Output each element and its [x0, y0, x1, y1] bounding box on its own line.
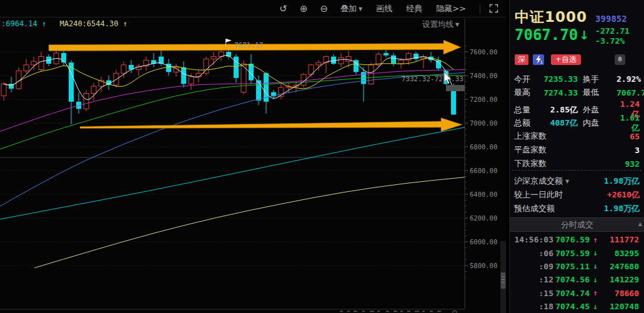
trade-price: 7076.59 [553, 235, 590, 244]
stat-label: 换手 [578, 74, 617, 85]
up-arrow-icon: ↑ [590, 289, 601, 297]
stat-value: 7235.33 [540, 74, 578, 84]
up-arrow-icon: ↑ [590, 236, 601, 244]
down-arrow-icon: ↓ [590, 249, 601, 257]
index-name: 中证1000 [515, 9, 587, 25]
quote-header: 中证1000 399852 [515, 7, 627, 27]
candlestick-chart[interactable]: 7600.007400.007200.007000.006800.006600.… [0, 0, 506, 313]
breadth-value: 3 [635, 146, 640, 155]
scroll-up-icon[interactable]: ▲ [638, 221, 642, 227]
trade-row: :187074.45↓120748 [510, 300, 644, 313]
stat-label: 今开 [514, 74, 540, 85]
turnover-label: 沪深京成交额▼ [514, 176, 569, 187]
turnover-label: 预估成交额 [514, 203, 555, 214]
trade-volume: 247680 [601, 262, 639, 271]
trade-volume: 141229 [601, 275, 639, 284]
stat-label: 总额 [514, 117, 540, 129]
tick-trades-list: 14:56:037076.59↑111772:067075.59↓83295:0… [510, 233, 644, 313]
chart-scrollbar-handle[interactable] [501, 272, 506, 289]
trade-time: :15 [513, 289, 553, 298]
turnover-value: 1.98万亿 [604, 176, 640, 187]
trade-price: 7074.74 [553, 289, 590, 298]
trade-time: 14:56:03 [513, 235, 553, 244]
trade-price: 7075.11 [553, 262, 590, 271]
sidebar-divider [512, 170, 642, 171]
trade-price: 7074.45 [553, 302, 590, 311]
quote-sidebar: 中证1000 399852 7067.70 ↓ -272.71 -3.72% 深… [509, 0, 644, 313]
trade-row: 14:56:037076.59↑111772 [510, 233, 644, 246]
stat-row: 总量2.85亿外盘1.24亿 [510, 99, 644, 113]
classic-button[interactable]: 经典 [406, 3, 422, 14]
breadth-row: 平盘家数3 [510, 143, 644, 157]
stat-value: 2.92% [617, 74, 641, 84]
hide-button[interactable]: 隐藏>> [436, 3, 466, 14]
badge-row: 深 1 +自选 [515, 54, 625, 65]
down-arrow-icon: ↓ [590, 262, 601, 271]
tick-trades-title: 分时成交 [561, 220, 593, 229]
chart-panel: 7600.007400.007200.007000.006800.006600.… [0, 0, 506, 313]
down-arrow-icon: ↓ [590, 302, 601, 311]
stat-row: 最高7274.33最低7067.70 [510, 86, 644, 100]
turnover-value: 1.98万亿 [604, 203, 640, 214]
trade-volume: 120748 [601, 302, 639, 311]
svg-text:6000.00: 6000.00 [470, 238, 497, 246]
toolbar-divider [480, 4, 480, 14]
stat-label: 最低 [578, 87, 617, 98]
stat-value: 7274.33 [540, 88, 578, 97]
stat-label: 外盘 [578, 104, 617, 116]
stat-label: 内盘 [578, 117, 617, 129]
trade-volume: 78660 [601, 289, 639, 298]
ma240-label: MA240:6544.30 ↑ [59, 19, 127, 28]
turnover-value: +2610亿 [607, 189, 640, 201]
trade-price: 7075.59 [553, 249, 590, 258]
turnover-block: 沪深京成交额▼1.98万亿较上一日此时+2610亿预估成交额1.98万亿 [510, 174, 644, 216]
trade-time: :06 [513, 249, 553, 258]
trade-volume: 83295 [601, 249, 639, 258]
svg-text:5800.00: 5800.00 [470, 262, 497, 269]
trade-price: 7074.56 [553, 275, 590, 284]
trade-time: :18 [513, 302, 553, 311]
add-watchlist-button[interactable]: +自选 [551, 54, 581, 65]
trade-row: :067075.59↓83295 [510, 246, 644, 259]
breadth-row: 上涨家数65 [510, 129, 644, 143]
price-change: -272.71 [595, 26, 630, 36]
ma-settings-dropdown[interactable]: 设置均线▼ [422, 19, 459, 30]
zoom-in-icon[interactable]: ⊕ [300, 3, 308, 14]
breadth-value: 932 [625, 159, 640, 169]
lightning-icon: 1 [533, 54, 544, 65]
trade-row: :157074.74↑78660 [510, 287, 644, 300]
svg-text:6600.00: 6600.00 [470, 167, 497, 174]
market-breadth: 上涨家数65平盘家数3下跌家数932 [510, 129, 644, 171]
bell-icon[interactable] [615, 54, 625, 65]
zoom-out-icon[interactable]: ⊖ [320, 3, 328, 14]
stat-value: 4087亿 [540, 117, 578, 129]
down-arrow-icon: ↓ [590, 276, 601, 284]
trade-time: :12 [513, 275, 553, 284]
expand-icon[interactable] [489, 4, 498, 13]
app-root: 7600.007400.007200.007000.006800.006600.… [0, 0, 644, 313]
undo-icon[interactable]: ↺ [279, 3, 287, 14]
svg-text:6200.00: 6200.00 [470, 214, 497, 222]
draw-line-button[interactable]: 画线 [376, 3, 392, 14]
chevron-down-icon[interactable]: ▼ [565, 179, 569, 184]
breadth-label: 平盘家数 [514, 144, 547, 156]
tick-trades-header: 分时成交 ▲ [510, 217, 644, 232]
stat-label: 总量 [514, 104, 540, 116]
turnover-label: 较上一日此时 [514, 189, 563, 201]
overlay-button[interactable]: 叠加▼ [340, 3, 362, 14]
svg-text:6800.00: 6800.00 [470, 143, 497, 151]
last-price: 7067.70 [515, 26, 578, 44]
breadth-label: 下跌家数 [514, 158, 547, 169]
trade-time: :09 [513, 262, 553, 271]
down-arrow-icon: ↓ [579, 28, 589, 42]
stat-value: 7067.70 [617, 88, 644, 97]
chevron-down-icon: ▼ [455, 22, 459, 27]
ma120-label: :6964.14 ↑ [1, 19, 46, 28]
overlay-label: 叠加 [340, 4, 357, 13]
breadth-label: 上涨家数 [514, 131, 547, 142]
chart-toolbar: ↺ ⊕ ⊖ 叠加▼ 画线 经典 隐藏>> [0, 0, 506, 17]
svg-text:7671.17: 7671.17 [234, 41, 263, 49]
svg-text:7200.00: 7200.00 [470, 96, 497, 103]
turnover-row[interactable]: 沪深京成交额▼1.98万亿 [510, 174, 644, 188]
quote-stats: 今开7235.33换手2.92%最高7274.33最低7067.70总量2.85… [510, 72, 644, 126]
